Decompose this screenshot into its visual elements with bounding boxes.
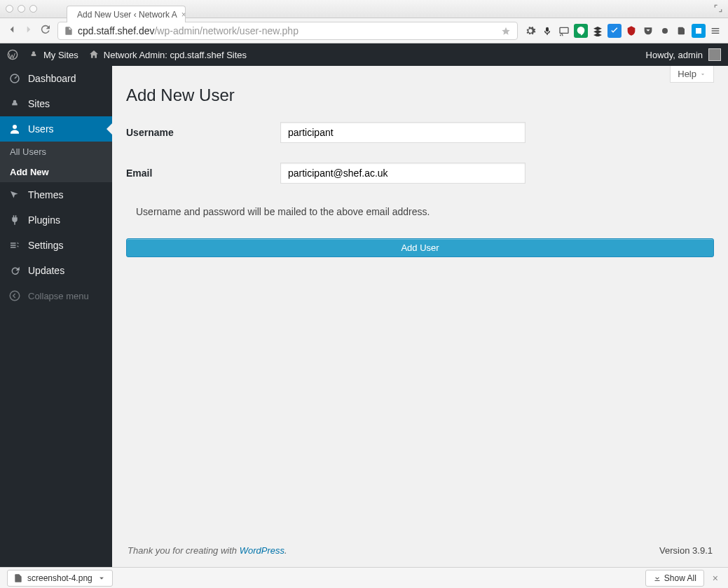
url-bar[interactable]: cpd.staff.shef.dev/wp-admin/network/user… bbox=[57, 22, 518, 40]
ext-check-icon[interactable] bbox=[607, 24, 621, 38]
submenu-users: All Users Add New bbox=[0, 142, 112, 182]
menu-label: Dashboard bbox=[28, 73, 76, 84]
mac-titlebar: Add New User ‹ Network A × bbox=[0, 0, 728, 18]
wp-footer: Thank you for creating with WordPress. V… bbox=[126, 534, 714, 567]
chrome-menu-icon[interactable] bbox=[708, 24, 722, 38]
add-user-button[interactable]: Add User bbox=[126, 238, 714, 257]
reload-button[interactable] bbox=[39, 23, 52, 39]
menu-label: Plugins bbox=[28, 214, 60, 226]
help-tab[interactable]: Help bbox=[670, 66, 714, 83]
svg-rect-7 bbox=[712, 32, 720, 33]
download-shelf: screenshot-4.png Show All × bbox=[0, 567, 728, 588]
menu-label: Users bbox=[28, 123, 54, 135]
submenu-add-new[interactable]: Add New bbox=[0, 162, 112, 182]
back-button[interactable] bbox=[6, 23, 18, 39]
collapse-menu[interactable]: Collapse menu bbox=[0, 283, 112, 308]
show-all-label: Show All bbox=[664, 573, 696, 583]
nav-buttons bbox=[6, 23, 52, 39]
ext-buffer-icon[interactable] bbox=[591, 24, 605, 38]
my-sites-label: My Sites bbox=[43, 50, 78, 60]
svg-rect-2 bbox=[560, 27, 568, 33]
network-admin-link[interactable]: Network Admin: cpd.staff.shef Sites bbox=[88, 49, 247, 60]
menu-label: Themes bbox=[28, 189, 64, 200]
ext-picker-icon[interactable] bbox=[692, 24, 706, 38]
tab-close-icon[interactable]: × bbox=[181, 10, 186, 20]
content-area: Help Add New User Username Email Usernam… bbox=[112, 66, 728, 567]
download-item[interactable]: screenshot-4.png bbox=[7, 570, 113, 587]
form-note: Username and password will be mailed to … bbox=[136, 206, 714, 217]
svg-point-3 bbox=[662, 28, 668, 34]
traffic-zoom[interactable] bbox=[29, 5, 37, 13]
footer-thanks: Thank you for creating with WordPress. bbox=[128, 545, 287, 556]
bookmark-star-icon[interactable] bbox=[500, 25, 511, 36]
ext-bee-icon[interactable] bbox=[658, 24, 672, 38]
help-label: Help bbox=[678, 69, 696, 79]
svg-rect-6 bbox=[712, 30, 720, 31]
window-expand-icon[interactable] bbox=[713, 3, 724, 14]
ext-pocket-icon[interactable] bbox=[641, 24, 655, 38]
admin-bar-right: Howdy, admin bbox=[646, 48, 721, 61]
svg-rect-4 bbox=[696, 28, 701, 34]
ext-mic-icon[interactable] bbox=[540, 24, 554, 38]
wp-logo[interactable] bbox=[7, 49, 18, 60]
url-host: cpd.staff.shef.dev bbox=[78, 25, 154, 36]
avatar[interactable] bbox=[708, 48, 721, 61]
svg-rect-0 bbox=[546, 27, 549, 32]
admin-bar: My Sites Network Admin: cpd.staff.shef S… bbox=[0, 43, 728, 66]
menu-label: Settings bbox=[28, 240, 64, 251]
page-title: Add New User bbox=[126, 86, 714, 105]
file-icon bbox=[13, 573, 23, 583]
ext-ublock-icon[interactable] bbox=[624, 24, 638, 38]
menu-settings[interactable]: Settings bbox=[0, 233, 112, 258]
menu-updates[interactable]: Updates bbox=[0, 258, 112, 283]
browser-tab[interactable]: Add New User ‹ Network A × bbox=[67, 6, 186, 22]
ext-evernote-icon[interactable] bbox=[675, 24, 689, 38]
footer-version: Version 3.9.1 bbox=[659, 545, 713, 556]
traffic-close[interactable] bbox=[6, 5, 13, 13]
forward-button[interactable] bbox=[22, 23, 35, 39]
download-icon bbox=[653, 574, 661, 582]
menu-users[interactable]: Users bbox=[0, 116, 112, 142]
ext-cast-icon[interactable] bbox=[557, 24, 571, 38]
menu-label: Sites bbox=[28, 98, 50, 109]
menu-themes[interactable]: Themes bbox=[0, 182, 112, 207]
menu-label: Updates bbox=[28, 265, 64, 276]
tab-title: Add New User ‹ Network A bbox=[77, 10, 177, 20]
traffic-minimize[interactable] bbox=[18, 5, 25, 13]
ext-hangouts-icon[interactable] bbox=[574, 24, 588, 38]
wp-body: Dashboard Sites Users All Users Add New … bbox=[0, 66, 728, 567]
row-email: Email bbox=[126, 163, 714, 184]
my-sites[interactable]: My Sites bbox=[28, 49, 78, 60]
howdy-text[interactable]: Howdy, admin bbox=[646, 50, 703, 60]
chevron-down-icon[interactable] bbox=[97, 573, 107, 583]
svg-point-10 bbox=[13, 125, 17, 129]
row-username: Username bbox=[126, 122, 714, 143]
menu-plugins[interactable]: Plugins bbox=[0, 207, 112, 233]
page-icon bbox=[64, 26, 74, 36]
extension-icons bbox=[523, 24, 722, 38]
admin-sidebar: Dashboard Sites Users All Users Add New … bbox=[0, 66, 112, 567]
traffic-lights bbox=[6, 5, 37, 13]
username-label: Username bbox=[126, 127, 280, 138]
email-label: Email bbox=[126, 167, 280, 179]
menu-dashboard[interactable]: Dashboard bbox=[0, 66, 112, 91]
submenu-all-users[interactable]: All Users bbox=[0, 142, 112, 162]
download-filename: screenshot-4.png bbox=[27, 573, 92, 583]
gear-icon[interactable] bbox=[523, 24, 537, 38]
wordpress-link[interactable]: WordPress bbox=[240, 545, 284, 556]
svg-point-11 bbox=[10, 291, 20, 301]
email-input[interactable] bbox=[280, 163, 526, 184]
collapse-label: Collapse menu bbox=[28, 291, 89, 301]
url-path: /wp-admin/network/user-new.php bbox=[154, 25, 298, 36]
wp-admin: My Sites Network Admin: cpd.staff.shef S… bbox=[0, 43, 728, 567]
network-admin-label: Network Admin: cpd.staff.shef Sites bbox=[104, 50, 247, 60]
menu-sites[interactable]: Sites bbox=[0, 91, 112, 116]
shelf-close-icon[interactable]: × bbox=[710, 573, 721, 584]
svg-rect-5 bbox=[712, 28, 720, 29]
username-input[interactable] bbox=[280, 122, 526, 143]
show-all-button[interactable]: Show All bbox=[645, 570, 704, 587]
chevron-down-icon bbox=[699, 71, 706, 78]
